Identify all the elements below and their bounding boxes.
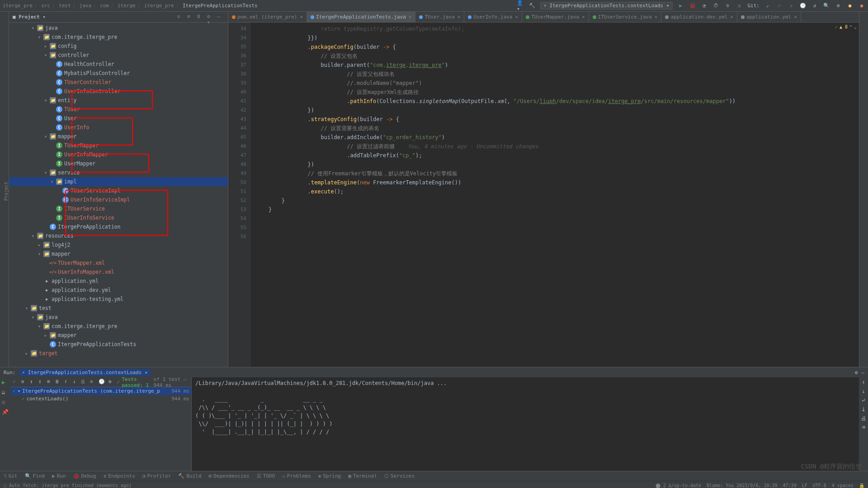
run-button[interactable]: ▶ Run — [52, 473, 66, 479]
tree-item[interactable]: ▾📁entity — [9, 96, 228, 105]
tree-item[interactable]: ◆application.yml — [9, 277, 228, 286]
project-tree[interactable]: ▾📁java▾📁com.iterge.iterge_pre▸📁config▾📁c… — [9, 23, 228, 367]
tree-item[interactable]: CItergePreApplicationTests — [9, 340, 228, 349]
tree-item[interactable]: ▸📁target — [9, 349, 228, 358]
todo-button[interactable]: ☰ TODO — [257, 473, 275, 479]
import-icon[interactable]: ⎆ — [90, 379, 95, 386]
tree-item[interactable]: ▾📁mapper — [9, 249, 228, 258]
debug-icon[interactable]: 🐞 — [689, 2, 696, 9]
git-history-icon[interactable]: 🕑 — [799, 2, 807, 9]
git-push-icon[interactable]: ↗ — [788, 2, 795, 9]
sort-icon[interactable]: ↕ — [30, 379, 35, 386]
rerun-icon[interactable]: ▶ — [2, 379, 9, 386]
tree-item[interactable]: CUserInfoServiceImpl — [9, 195, 228, 204]
history-icon[interactable]: 🕑 — [99, 379, 105, 386]
tree-item[interactable]: ▸📁log4j2 — [9, 240, 228, 249]
tree-item[interactable]: CUserInfo — [9, 123, 228, 132]
caret-pos[interactable]: 47:39 — [783, 483, 797, 488]
vcs-status[interactable]: ⬤ 2 ∆/up-to-date — [656, 483, 701, 488]
scroll-icon[interactable]: ⤓ — [861, 406, 866, 413]
avatar-icon[interactable]: ● — [858, 2, 865, 9]
find-button[interactable]: 🔍 Find — [25, 473, 45, 479]
profile-icon[interactable]: ⏱ — [712, 2, 720, 9]
clear-icon[interactable]: ⌫ — [862, 424, 865, 431]
editor-tab[interactable]: ItergePreApplicationTests.java× — [307, 12, 415, 22]
editor-tab[interactable]: ITUserService.java× — [589, 12, 662, 22]
tree-item[interactable]: CTUserServiceImpl — [9, 186, 228, 195]
editor-tab[interactable]: application-dev.yml× — [661, 12, 737, 22]
editor-tab[interactable]: pom.xml (iterge_pre)× — [228, 12, 307, 22]
git-commit-icon[interactable]: ✓ — [776, 2, 783, 9]
services-button[interactable]: ⬡ Services — [384, 473, 415, 479]
tree-item[interactable]: CUser — [9, 114, 228, 123]
export-icon[interactable]: ⎙ — [81, 379, 86, 386]
tree-item[interactable]: ▾📁controller — [9, 51, 228, 60]
git-rollback-icon[interactable]: ↺ — [811, 2, 818, 9]
tree-item[interactable]: IUserMapper — [9, 159, 228, 168]
editor-tabs[interactable]: pom.xml (iterge_pre)×ItergePreApplicatio… — [228, 12, 859, 23]
profiler-button[interactable]: ◔ Profiler — [142, 473, 171, 479]
tree-item[interactable]: CUserInfoController — [9, 87, 228, 96]
blame-status[interactable]: Blame: You 2023/9/6, 10:39 — [707, 483, 778, 488]
lock-icon[interactable]: 🔒 — [859, 483, 864, 488]
gear-icon[interactable]: ⚙ ▾ — [207, 14, 214, 21]
tree-item[interactable]: ▸📁config — [9, 42, 228, 51]
tree-item[interactable]: IITUserService — [9, 204, 228, 213]
collapse-icon[interactable]: ≣ — [56, 379, 61, 386]
terminal-button[interactable]: ▣ Terminal — [348, 473, 377, 479]
tree-item[interactable]: ◆application-dev.yml — [9, 286, 228, 295]
run-config-selector[interactable]: ⚡ ItergePreApplicationTests.contextLoads… — [540, 2, 672, 9]
toggle-icon[interactable]: ⬓ — [2, 389, 9, 396]
git-button[interactable]: ⌥ Git — [4, 473, 18, 479]
tree-item[interactable]: ▸📁mapper — [9, 331, 228, 340]
up-icon[interactable]: ↑ — [862, 379, 865, 385]
tree-item[interactable]: ▾📁service — [9, 168, 228, 177]
tree-item[interactable]: ▾📁resources — [9, 231, 228, 240]
endpoints-button[interactable]: ⇵ Endpoints — [104, 473, 135, 479]
build-button[interactable]: 🔨 Build — [178, 473, 201, 479]
passed-filter-icon[interactable]: ✓ — [13, 379, 18, 386]
dependencies-button[interactable]: ⊞ Dependencies — [209, 473, 250, 479]
encoding[interactable]: UTF-8 — [813, 483, 826, 488]
settings-icon[interactable]: ⚙ — [835, 2, 842, 9]
hide-icon[interactable]: — — [217, 14, 224, 21]
inspection-widget[interactable]: ✓ ▲ 8 ⌃ ⌄ — [835, 24, 857, 29]
console[interactable]: /Library/Java/JavaVirtualMachines/jdk1.8… — [192, 377, 859, 471]
stop-icon[interactable]: ■ — [736, 2, 743, 9]
tree-item[interactable]: ▾📁com.iterge.iterge_pre — [9, 322, 228, 331]
tree-item[interactable]: ◆application-testing.yml — [9, 295, 228, 304]
tree-item[interactable]: ▾📁java — [9, 313, 228, 322]
attach-icon[interactable]: ⎋ — [724, 2, 731, 9]
tree-item[interactable]: CTUserController — [9, 78, 228, 87]
chevron-up-icon[interactable]: ⌃ — [849, 24, 852, 29]
tree-item[interactable]: IUserInfoMapper — [9, 150, 228, 159]
down-icon[interactable]: ↓ — [862, 388, 865, 394]
gear2-icon[interactable]: ⚙ — [108, 379, 113, 386]
select-opened-icon[interactable]: ⊙ — [177, 14, 184, 21]
tree-item[interactable]: ITUserMapper — [9, 141, 228, 150]
code-editor[interactable]: return typeRegistry.getColumnType(metaIn… — [251, 23, 859, 214]
debug-button[interactable]: 🐞 Debug — [73, 473, 96, 479]
tree-item[interactable]: ▾📁com.iterge.iterge_pre — [9, 33, 228, 42]
tree-item[interactable]: </>UserInfoMapper.xml — [9, 267, 228, 277]
tree-item[interactable]: CHealthController — [9, 60, 228, 69]
prev-icon[interactable]: ↑ — [64, 379, 69, 386]
coverage-icon[interactable]: ◔ — [701, 2, 708, 9]
tree-item[interactable]: CTUser — [9, 105, 228, 114]
editor-tab[interactable]: UserInfo.java× — [464, 12, 522, 22]
pin-icon[interactable]: 📌 — [2, 409, 9, 416]
run-icon[interactable]: ▶ — [677, 2, 684, 9]
chevron-down-icon[interactable]: ⌄ — [854, 24, 857, 29]
editor-tab[interactable]: application.yml× — [737, 12, 801, 22]
indent[interactable]: 4 spaces — [832, 483, 854, 488]
expand-icon[interactable]: ≡ — [47, 379, 52, 386]
project-tool-button[interactable]: Project — [4, 182, 9, 201]
test-root[interactable]: ✓▾ ItergePreApplicationTests (com.iterge… — [11, 387, 191, 395]
tree-item[interactable]: ▾📁test — [9, 304, 228, 313]
search-icon[interactable]: 🔍 — [823, 2, 830, 9]
next-icon[interactable]: ↓ — [73, 379, 78, 386]
print-icon[interactable]: 🖨 — [861, 415, 866, 422]
test-tree[interactable]: ✓ ⊘ ↕ ↧ ≡ ≣ ↑ ↓ ⎙ ⎆ 🕑 ⚙ ✓ Tests passed: … — [11, 377, 192, 471]
tree-item[interactable]: ▾📁java — [9, 23, 228, 33]
sort2-icon[interactable]: ↧ — [38, 379, 43, 386]
